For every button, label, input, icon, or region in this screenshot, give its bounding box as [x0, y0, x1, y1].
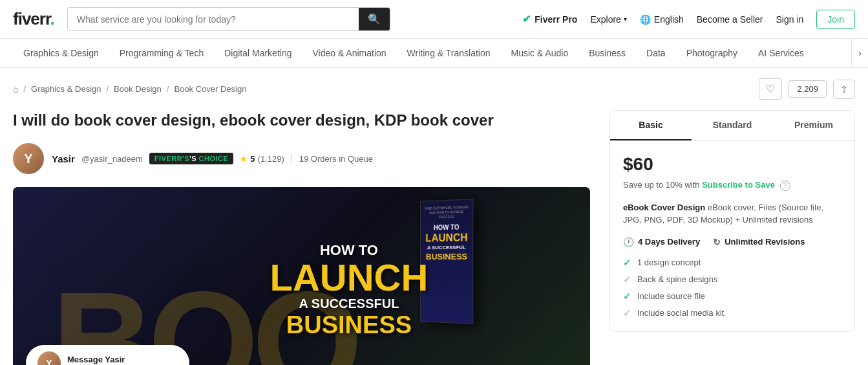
- choice-suffix: CHOICE: [199, 155, 229, 162]
- logo[interactable]: fiverr.: [13, 9, 54, 29]
- nav-item-programming[interactable]: Programming & Tech: [109, 39, 214, 67]
- breadcrumb-actions: ♡ 2,209 ⇧: [759, 78, 855, 100]
- rating-score: 5: [250, 154, 255, 164]
- clock-icon: 🕐: [623, 237, 634, 247]
- share-count-value: 2,209: [797, 84, 818, 94]
- nav-item-business[interactable]: Business: [578, 39, 636, 67]
- fiverr-pro-link[interactable]: ✔ Fiverr Pro: [522, 13, 577, 25]
- breadcrumb-book-design[interactable]: Book Design: [114, 84, 162, 94]
- seller-avatar[interactable]: Y: [13, 143, 44, 174]
- explore-label: Explore: [590, 14, 620, 25]
- join-button[interactable]: Join: [816, 10, 855, 29]
- header-nav: ✔ Fiverr Pro Explore ▾ 🌐 English Become …: [522, 10, 855, 29]
- gig-image: BOO FIND OUT WHERE TO BEGIN AND HOW TO A…: [13, 187, 590, 365]
- main-content: I will do book cover design, ebook cover…: [0, 110, 868, 365]
- language-selector[interactable]: 🌐 English: [640, 14, 684, 25]
- fiverr-pro-label: Fiverr Pro: [535, 14, 577, 25]
- save-label: Save up to 10% with: [623, 180, 700, 190]
- category-nav: Graphics & Design Programming & Tech Dig…: [0, 39, 868, 68]
- business-text: BUSINESS: [270, 311, 429, 339]
- gig-description: eBook Cover Design eBook cover, Files (S…: [623, 201, 842, 227]
- nav-item-writing[interactable]: Writing & Translation: [397, 39, 501, 67]
- book-visual: BOO FIND OUT WHERE TO BEGIN AND HOW TO A…: [13, 187, 590, 365]
- globe-icon: 🌐: [640, 14, 651, 25]
- header: fiverr. 🔍 ✔ Fiverr Pro Explore ▾ 🌐 Engli…: [0, 0, 868, 39]
- nav-scroll-right-icon[interactable]: ›: [851, 39, 868, 67]
- pro-badge-icon: ✔: [522, 13, 531, 25]
- logo-text: fiverr: [13, 9, 50, 28]
- center-text: HOW TO LAUNCH A SUCCESSFUL BUSINESS: [270, 242, 429, 339]
- share-count: 2,209: [789, 80, 827, 98]
- seller-details: Yasir @yasir_nadeem FIVERR'S'S CHOICE ★ …: [52, 153, 373, 164]
- sign-in-link[interactable]: Sign in: [776, 14, 804, 25]
- search-button[interactable]: 🔍: [359, 8, 390, 30]
- subscribe-to-save-link[interactable]: Subscribe to Save: [702, 180, 775, 190]
- gig-image-content: BOO FIND OUT WHERE TO BEGIN AND HOW TO A…: [13, 187, 590, 365]
- tab-standard[interactable]: Standard: [692, 111, 773, 140]
- chevron-down-icon: ▾: [624, 16, 627, 23]
- nav-item-video[interactable]: Video & Animation: [302, 39, 396, 67]
- feature-1: ✓ 1 design concept: [623, 258, 842, 268]
- breadcrumb-sep-3: /: [167, 84, 169, 94]
- content-left: I will do book cover design, ebook cover…: [13, 110, 590, 365]
- gig-title: I will do book cover design, ebook cover…: [13, 110, 590, 130]
- check-icon-3: ✓: [623, 291, 631, 302]
- tab-premium[interactable]: Premium: [773, 111, 854, 140]
- save-text: Save up to 10% with Subscribe to Save ?: [623, 180, 842, 191]
- rating: ★ 5 (1,129): [240, 154, 284, 164]
- book-successful: A SUCCESSFUL: [424, 243, 470, 251]
- price-value: $60: [623, 154, 842, 175]
- nav-item-ai[interactable]: AI Services: [748, 39, 814, 67]
- breadcrumb-sep-2: /: [106, 84, 109, 94]
- favorite-button[interactable]: ♡: [759, 78, 782, 100]
- pricing-body: $60 Save up to 10% with Subscribe to Sav…: [610, 141, 854, 331]
- delivery-row: 🕐 4 Days Delivery ↻ Unlimited Revisions: [623, 237, 842, 247]
- pricing-card: Basic Standard Premium $60 Save up to 10…: [609, 110, 855, 332]
- fiverrs-choice-badge: FIVERR'S'S CHOICE: [149, 153, 234, 164]
- book-subtitle: FIND OUT WHERE TO BEGIN AND HOW TO ACHIE…: [424, 205, 470, 220]
- feature-1-text: 1 design concept: [637, 258, 701, 267]
- launch-text: LAUNCH: [270, 259, 429, 296]
- features-list: ✓ 1 design concept ✓ Back & spine design…: [623, 258, 842, 318]
- popup-seller-name: Message Yasir: [67, 355, 178, 364]
- language-label: English: [654, 14, 684, 25]
- breadcrumb-book-cover-design[interactable]: Book Cover Design: [174, 84, 246, 94]
- nav-item-photography[interactable]: Photography: [676, 39, 748, 67]
- nav-item-digital[interactable]: Digital Marketing: [214, 39, 302, 67]
- breadcrumb-graphics-design[interactable]: Graphics & Design: [31, 84, 101, 94]
- refresh-icon: ↻: [713, 237, 721, 247]
- seller-name[interactable]: Yasir: [52, 153, 75, 164]
- book-cover-text: FIND OUT WHERE TO BEGIN AND HOW TO ACHIE…: [421, 199, 472, 268]
- nav-item-data[interactable]: Data: [636, 39, 676, 67]
- feature-4: ✓ Include social media kit: [623, 308, 842, 318]
- nav-item-graphics[interactable]: Graphics & Design: [13, 39, 109, 67]
- feature-2-text: Back & spine designs: [637, 274, 717, 284]
- home-icon[interactable]: ⌂: [13, 84, 18, 94]
- star-icon: ★: [240, 154, 248, 164]
- feature-2: ✓ Back & spine designs: [623, 274, 842, 285]
- share-button[interactable]: ⇧: [833, 80, 855, 99]
- feature-4-text: Include social media kit: [637, 308, 724, 318]
- check-icon-2: ✓: [623, 274, 631, 285]
- message-popup[interactable]: Y Message Yasir Away • Avg. response tim…: [26, 345, 189, 365]
- popup-text: Message Yasir Away • Avg. response time:…: [67, 355, 178, 365]
- choice-prefix: FIVERR'S: [154, 155, 189, 162]
- check-icon-1: ✓: [623, 258, 631, 268]
- search-bar: 🔍: [67, 7, 390, 31]
- desc-bold: eBook Cover Design: [623, 203, 705, 212]
- rating-count[interactable]: (1,129): [258, 154, 284, 164]
- book-business: BUSINESS: [424, 251, 470, 263]
- right-panel: Basic Standard Premium $60 Save up to 10…: [609, 110, 855, 365]
- search-input[interactable]: [68, 8, 359, 30]
- breadcrumb: ⌂ / Graphics & Design / Book Design / Bo…: [13, 84, 246, 94]
- pricing-tabs: Basic Standard Premium: [610, 111, 854, 141]
- seller-username: @yasir_nadeem: [81, 154, 143, 164]
- revisions-label: Unlimited Revisions: [725, 237, 805, 247]
- help-icon[interactable]: ?: [780, 181, 790, 191]
- check-icon-4: ✓: [623, 308, 631, 318]
- explore-dropdown[interactable]: Explore ▾: [590, 14, 626, 25]
- become-seller-link[interactable]: Become a Seller: [697, 14, 763, 25]
- avatar-placeholder: Y: [13, 143, 44, 174]
- nav-item-music[interactable]: Music & Audio: [501, 39, 579, 67]
- tab-basic[interactable]: Basic: [610, 111, 692, 140]
